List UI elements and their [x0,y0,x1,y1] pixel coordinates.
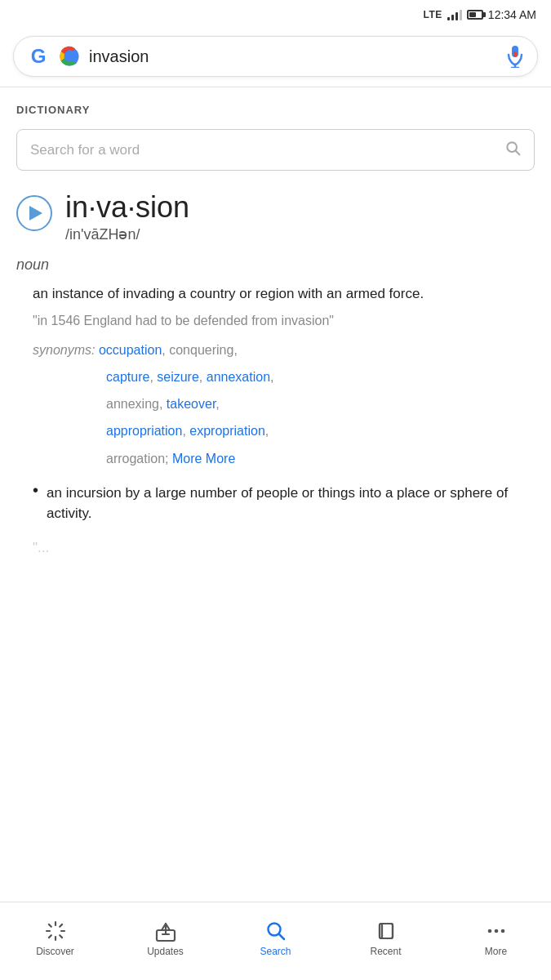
mic-icon [506,45,524,68]
synonyms-label: synonyms: [33,343,99,357]
svg-rect-2 [513,51,517,57]
recent-icon [375,920,397,942]
search-query[interactable]: invasion [89,47,498,66]
bullet-icon: • [33,481,38,500]
nav-item-more[interactable]: More [441,920,551,957]
definition-2: • an incursion by a large number of peop… [33,483,535,524]
svg-point-24 [494,929,498,933]
search-nav-icon [265,920,287,942]
status-bar: LTE 12:34 AM [0,0,551,29]
word-search-placeholder: Search for a word [30,142,140,158]
synonyms-row-4: appropriation, expropriation, [33,420,535,442]
definition-2-text: an incursion by a large number of people… [47,483,535,524]
svg-line-13 [60,924,62,926]
updates-icon [154,920,177,942]
synonym-annexation[interactable]: annexation [207,370,270,384]
status-time: 12:34 AM [488,8,536,21]
nav-item-recent[interactable]: Recent [331,920,441,957]
google-g-icon [58,45,81,68]
svg-text:G: G [31,45,47,67]
synonyms-more-link[interactable]: More [172,452,202,466]
svg-point-25 [500,929,504,933]
definition-1-example: "in 1546 England had to be defended from… [33,311,535,331]
word-pronunciation: /in'vāZHən/ [65,225,189,243]
updates-label: Updates [147,946,184,957]
synonym-arrogation: arrogation; [106,452,172,466]
definition-1: an instance of invading a country or reg… [33,283,535,305]
main-content: DICTIONARY Search for a word in·va·sion … [0,87,551,672]
signal-icon [447,9,462,20]
word-entry: in·va·sion /in'vāZHən/ [16,190,535,243]
speaker-icon [29,206,42,220]
nav-item-discover[interactable]: Discover [0,920,110,957]
svg-line-19 [279,934,284,939]
more-icon [486,920,507,942]
more-label: More [485,946,507,957]
svg-point-23 [487,929,491,933]
word-display: in·va·sion [65,190,189,224]
synonym-takeover[interactable]: takeover [167,397,216,411]
synonyms-row: synonyms: occupation, conquering, [33,339,535,361]
svg-line-14 [48,935,51,938]
bottom-nav: Discover Updates Search [0,902,551,980]
nav-item-search[interactable]: Search [220,920,331,957]
search-nav-label: Search [260,946,291,957]
speaker-button[interactable] [16,195,52,231]
synonyms-more-link-text[interactable]: More [206,452,235,466]
discover-icon [45,920,66,942]
synonym-occupation[interactable]: occupation [99,343,162,357]
nav-item-updates[interactable]: Updates [110,920,220,957]
synonym-capture[interactable]: capture [106,370,149,384]
synonyms-row-3: annexing, takeover, [33,393,535,415]
google-logo: G [27,45,50,68]
svg-line-11 [48,924,51,926]
part-of-speech: noun [16,256,535,274]
synonym-conquering: conquering, [169,343,238,357]
search-bar-container: G invasion [0,29,551,87]
discover-label: Discover [36,946,74,957]
svg-line-12 [60,935,62,938]
synonym-seizure[interactable]: seizure [157,370,199,384]
svg-line-6 [516,151,520,155]
synonyms-row-5: arrogation; More More [33,448,535,470]
search-icon [504,140,521,160]
mic-button[interactable] [506,45,524,68]
section-label: DICTIONARY [16,104,535,116]
synonym-expropriation[interactable]: expropriation [189,424,265,438]
word-search-box[interactable]: Search for a word [16,129,535,171]
synonym-appropriation[interactable]: appropriation [106,424,182,438]
search-bar[interactable]: G invasion [13,36,538,77]
definitions-list: an instance of invading a country or reg… [16,283,535,558]
battery-icon [467,10,483,20]
synonyms-row-2: capture, seizure, annexation, [33,366,535,388]
recent-label: Recent [370,946,401,957]
lte-indicator: LTE [424,9,442,20]
synonym-annexing: annexing, [106,397,167,411]
content-fade [0,550,551,582]
